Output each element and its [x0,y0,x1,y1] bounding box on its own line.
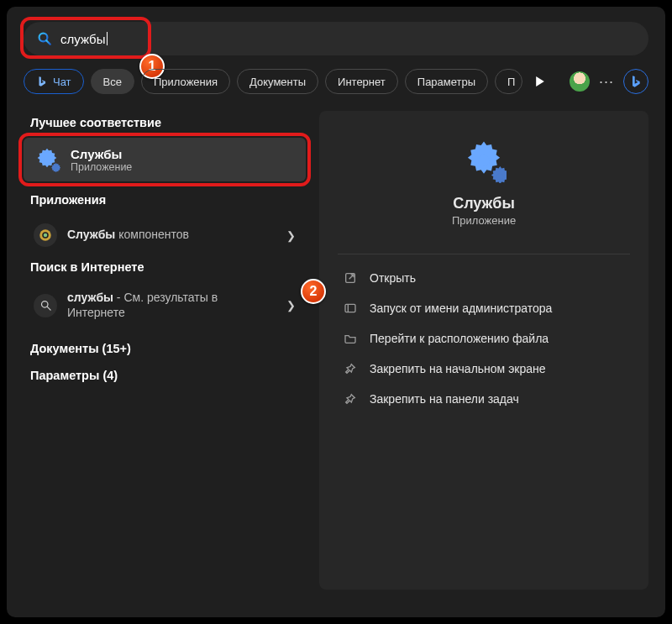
search-input[interactable]: службы [24,22,648,55]
chip-label: Приложения [154,76,218,88]
apps-header: Приложения [30,193,306,207]
chip-all[interactable]: Все [91,69,134,94]
chevron-right-icon: ❯ [286,229,296,242]
text-caret [107,32,108,45]
action-run-as-admin[interactable]: Запуск от имени администратора [338,293,630,323]
svg-point-3 [55,167,58,170]
search-bar-container: службы 1 [24,22,648,55]
chip-label: Интернет [338,76,386,88]
action-open-file-location[interactable]: Перейти к расположению файла [338,323,630,354]
svg-rect-12 [345,304,355,312]
gear-icon [34,146,60,173]
documents-header[interactable]: Документы (15+) [30,342,306,355]
svg-line-1 [46,40,50,45]
search-window: службы 1 Чат Все Приложения Документы Ин… [7,7,665,617]
chip-chat[interactable]: Чат [24,69,84,94]
settings-header[interactable]: Параметры (4) [30,369,306,382]
web-result-item[interactable]: службы - См. результаты в Интернете ❯ [24,282,306,328]
action-pin-to-taskbar[interactable]: Закрепить на панели задач [338,384,630,414]
action-open[interactable]: Открыть [338,263,630,293]
action-label: Открыть [370,271,416,285]
folder-icon [343,331,358,346]
chip-label: Чат [53,76,71,88]
svg-point-2 [44,156,50,163]
chip-label: Параметры [417,76,475,88]
details-subtitle: Приложение [452,214,516,227]
chip-internet[interactable]: Интернет [325,69,398,94]
chip-documents[interactable]: Документы [237,69,318,94]
action-label: Закрепить на панели задач [370,392,519,406]
svg-point-9 [478,155,490,166]
gear-icon [461,138,507,183]
action-label: Запуск от имени администратора [370,302,552,315]
search-query-text: службы [60,32,106,46]
chip-label: Документы [249,76,306,88]
chip-label: Все [103,76,122,88]
action-pin-to-start[interactable]: Закрепить на начальном экране [338,354,630,384]
pin-icon [343,361,358,376]
open-icon [343,270,358,286]
results-left-panel: Лучшее соответствие С [24,111,306,590]
svg-point-7 [41,302,48,308]
action-label: Перейти к расположению файла [370,332,549,345]
best-match-title: Службы [71,147,132,161]
best-match-texts: Службы Приложение [71,147,132,173]
best-match-header: Лучшее соответствие [30,116,306,129]
search-icon [37,31,52,46]
svg-line-8 [47,307,50,310]
apps-result-item[interactable]: Службы компонентов ❯ [24,215,306,255]
chip-truncated[interactable]: П [495,69,522,94]
chevron-right-icon: ❯ [286,299,296,312]
web-result-label: службы - См. результаты в Интернете [67,291,276,320]
more-options-button[interactable]: ··· [596,73,617,91]
bing-chat-button[interactable] [623,69,648,94]
annotation-highlight-2 [18,133,311,186]
component-services-icon [34,223,57,247]
svg-point-10 [497,174,503,180]
apps-result-label: Службы компонентов [67,228,276,243]
details-hero: Службы Приложение [338,128,630,242]
chip-settings-filter[interactable]: Параметры [405,69,488,94]
svg-point-6 [44,233,48,238]
shield-icon [343,301,358,316]
action-label: Закрепить на начальном экране [370,362,546,375]
details-panel: Службы Приложение Открыть Запуск от имен… [319,111,648,590]
bing-icon [36,76,48,87]
scroll-right-button[interactable] [529,71,551,92]
best-match-item[interactable]: Службы Приложение [24,138,306,181]
pin-icon [343,391,358,406]
user-avatar[interactable] [570,71,590,92]
filter-chips-row: Чат Все Приложения Документы Интернет Па… [24,67,648,96]
details-title: Службы [453,195,515,212]
search-icon [34,294,57,317]
chip-apps[interactable]: Приложения [141,69,230,94]
chip-label: П [507,76,515,88]
results-columns: Лучшее соответствие С [24,111,648,590]
divider [338,254,630,254]
best-match-subtitle: Приложение [71,161,132,173]
web-search-header: Поиск в Интернете [30,260,306,274]
